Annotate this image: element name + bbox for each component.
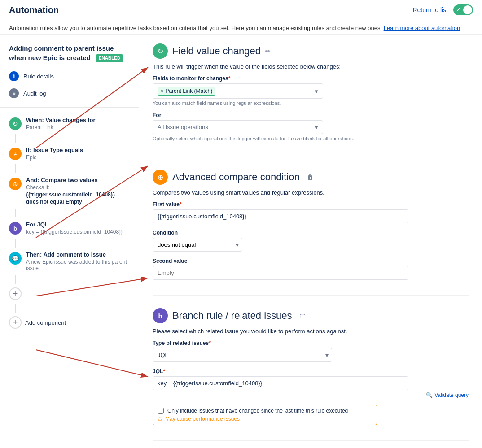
step-for-subtitle: key = {{triggerIssue.customfield_10408}} (26, 229, 130, 235)
section2-title: Advanced compare condition (172, 171, 300, 183)
condition-label: Condition (153, 230, 469, 236)
main-content: ↻ Field value changed ✏ This rule will t… (139, 35, 482, 448)
section1-edit-icon[interactable]: ✏ (265, 48, 271, 55)
sidebar-nav: ℹ Rule details ≡ Audit log (0, 68, 139, 108)
sidebar-steps: ↻ When: Value changes for Parent Link ≠ … (0, 108, 139, 338)
validate-query-link[interactable]: 🔍 Validate query (153, 392, 469, 398)
svg-line-2 (139, 166, 148, 238)
section3-description: Please select which related issue you wo… (153, 328, 469, 335)
step-and-checks: Checks if: (26, 184, 130, 191)
svg-line-4 (139, 350, 148, 377)
changed-since-group: Only include issues that have changed si… (153, 405, 377, 425)
svg-line-1 (139, 67, 148, 148)
sidebar-item-rule-details[interactable]: ℹ Rule details (0, 68, 139, 85)
step-then[interactable]: 💬 Then: Add comment to issue A new Epic … (0, 248, 139, 275)
first-value-input[interactable] (153, 209, 408, 223)
first-value-group: First value* (153, 201, 469, 223)
changed-since-checkbox-row: Only include issues that have changed si… (158, 408, 372, 414)
type-related-label: Type of related issues* (153, 340, 469, 346)
section2-delete-icon[interactable]: 🗑 (307, 174, 313, 181)
step-and-icon: ⊕ (9, 178, 22, 190)
step-and-value: {{triggerIssue.customfield_10408}} (26, 191, 130, 198)
step-if-subtitle: Epic (26, 154, 130, 161)
tag-remove-icon[interactable]: × (161, 88, 163, 94)
section2-icon: ⊕ (153, 170, 168, 185)
step-for[interactable]: b For JQL key = {{triggerIssue.customfie… (0, 217, 139, 239)
add-component-button[interactable]: + Add component (0, 313, 139, 332)
section2-description: Compares two values using smart values a… (153, 189, 469, 196)
add-step-button[interactable]: + (0, 284, 139, 304)
jql-label: JQL* (153, 368, 469, 374)
for-operations-group: For All issue operations ▾ Optionally se… (153, 112, 469, 141)
fields-to-monitor-label: Fields to monitor for changes* (153, 75, 469, 82)
fields-to-monitor-group: Fields to monitor for changes* × Parent … (153, 75, 469, 106)
audit-log-icon: ≡ (9, 88, 19, 98)
section1-description: This rule will trigger when the value of… (153, 63, 469, 70)
performance-warning: ⚠ May cause performance issues (158, 416, 372, 422)
second-value-group: Second value (153, 258, 469, 280)
step-and[interactable]: ⊕ And: Compare two values Checks if: {{t… (0, 173, 139, 209)
enabled-badge: ENABLED (96, 54, 123, 62)
rule-details-label: Rule details (23, 73, 54, 80)
for-operations-select[interactable]: All issue operations ▾ (153, 120, 323, 134)
step-then-subtitle: A new Epic issue was added to this paren… (26, 259, 130, 271)
step-when[interactable]: ↻ When: Value changes for Parent Link (0, 113, 139, 134)
first-value-label: First value* (153, 201, 469, 208)
for-operations-arrow: ▾ (315, 124, 318, 130)
svg-line-3 (139, 278, 148, 296)
step-then-icon: 💬 (9, 252, 22, 265)
section3-icon: b (153, 308, 168, 323)
condition-select[interactable]: does not equal equals contains does not … (153, 238, 242, 252)
return-to-list-link[interactable]: Return to list (412, 6, 448, 13)
section3-title: Branch rule / related issues (172, 310, 292, 322)
step-and-title: And: Compare two values (26, 177, 130, 183)
step-when-title: When: Value changes for (26, 117, 130, 123)
for-operations-label: For (153, 112, 469, 118)
section-branch-rule: b Branch rule / related issues 🗑 Please … (153, 308, 469, 441)
condition-group: Condition does not equal equals contains… (153, 230, 469, 252)
for-operations-placeholder: All issue operations (158, 124, 208, 130)
add-step-icon: + (9, 287, 22, 300)
section1-icon: ↻ (153, 43, 168, 59)
step-when-subtitle: Parent Link (26, 124, 130, 130)
step-if-icon: ≠ (9, 148, 22, 160)
jql-group: JQL* 🔍 Validate query (153, 368, 469, 398)
select-arrow-icon: ▾ (315, 88, 318, 95)
jql-input[interactable] (153, 376, 408, 390)
rule-details-icon: ℹ (9, 71, 19, 81)
section-advanced-compare: ⊕ Advanced compare condition 🗑 Compares … (153, 170, 469, 296)
step-and-condition: does not equal Empty (26, 199, 130, 205)
step-when-icon: ↻ (9, 117, 22, 130)
learn-more-link[interactable]: Learn more about automation (384, 25, 460, 31)
fields-monitor-hint: You can also match field names using reg… (153, 100, 469, 106)
add-component-icon: + (9, 316, 22, 329)
validate-query-label: Validate query (434, 392, 469, 398)
second-value-label: Second value (153, 258, 469, 264)
automation-toggle[interactable]: ✓ (453, 4, 473, 15)
search-icon: 🔍 (426, 392, 433, 398)
type-related-select[interactable]: JQL Epic Subtasks (153, 348, 332, 362)
second-value-input[interactable] (153, 266, 408, 280)
sidebar-item-audit-log[interactable]: ≡ Audit log (0, 85, 139, 102)
step-if[interactable]: ≠ If: Issue Type equals Epic (0, 143, 139, 164)
step-then-title: Then: Add comment to issue (26, 251, 130, 258)
audit-log-label: Audit log (23, 90, 46, 97)
type-related-issues-group: Type of related issues* JQL Epic Subtask… (153, 340, 469, 362)
parent-link-tag: × Parent Link (Match) (158, 87, 215, 96)
app-title: Automation (9, 5, 59, 15)
section1-title: Field value changed (172, 45, 261, 57)
section-field-value-changed: ↻ Field value changed ✏ This rule will t… (153, 43, 469, 157)
step-for-icon: b (9, 222, 22, 235)
changed-since-label: Only include issues that have changed si… (167, 408, 348, 414)
section3-delete-icon[interactable]: 🗑 (299, 312, 306, 319)
warning-text: May cause performance issues (165, 416, 240, 422)
add-component-label: Add component (25, 319, 66, 326)
fields-to-monitor-select[interactable]: × Parent Link (Match) ▾ (153, 83, 323, 99)
step-if-title: If: Issue Type equals (26, 147, 130, 153)
step-for-title: For JQL (26, 221, 130, 228)
sidebar: Adding comment to parent issue when new … (0, 35, 139, 448)
for-operations-hint: Optionally select which operations this … (153, 136, 469, 141)
changed-since-checkbox[interactable] (158, 408, 164, 414)
app-description: Automation rules allow you to automate r… (9, 25, 382, 31)
warning-icon: ⚠ (158, 416, 162, 422)
